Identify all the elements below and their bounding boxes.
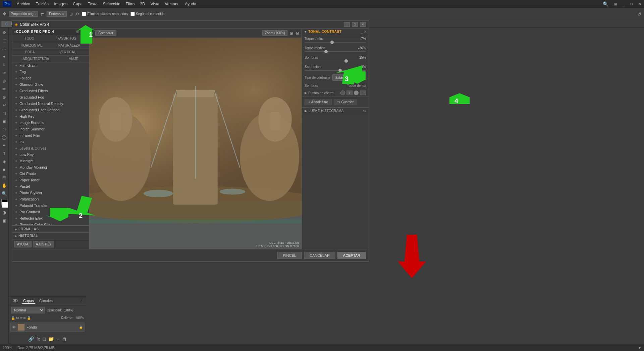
dodge-tool[interactable]: ◯ (1, 133, 8, 141)
formulas-section-header[interactable]: ▶ FÓRMULAS (12, 226, 89, 232)
cew-minimize-btn[interactable]: _ (344, 22, 350, 27)
filter-item-remove-color-cast[interactable]: ✦Remove Color Cast (12, 222, 89, 225)
filter-item-midnight[interactable]: ✦Midnight (12, 158, 89, 164)
filter-star[interactable]: ✦ (15, 70, 17, 74)
eliminar-label[interactable]: Eliminar píxeles recortados (82, 12, 128, 16)
filter-star[interactable]: ✦ (15, 178, 17, 182)
menu-texto[interactable]: Texto (88, 2, 98, 6)
filter-star[interactable]: ✦ (15, 217, 17, 220)
background-color[interactable] (2, 202, 8, 208)
filter-item-reflector-efex[interactable]: ✦Reflector Efex (12, 215, 89, 222)
tonal-minimize-icon[interactable]: _ (361, 30, 363, 34)
cew-close-btn[interactable]: ✕ (360, 22, 366, 27)
anadir-filtro-btn[interactable]: + Añadir filtro (305, 99, 332, 105)
filter-item-glamour-glow[interactable]: ✦Glamour Glow (12, 81, 89, 88)
filter-star[interactable]: ✦ (15, 121, 17, 125)
segun-checkbox[interactable] (130, 12, 135, 16)
filter-item-film-grain[interactable]: ✦Film Grain (12, 62, 89, 69)
filter-item-graduated-filters[interactable]: ✦Graduated Filters (12, 88, 89, 94)
filter-star[interactable]: ✦ (15, 115, 17, 118)
nav-naturaleza[interactable]: NATURALEZA (56, 43, 82, 48)
workspace-icon[interactable]: ⊞ (614, 2, 617, 6)
proportion-select[interactable]: Proporción orig... (9, 11, 38, 17)
menu-3d[interactable]: 3D (140, 2, 145, 6)
filter-star[interactable]: ✦ (15, 185, 17, 188)
nav-horizontal[interactable]: HORIZONTAL (19, 43, 44, 48)
filter-item-ink[interactable]: ✦Ink (12, 139, 89, 145)
ajustes-button[interactable]: AJUSTES (33, 241, 54, 247)
lasso-tool[interactable]: ⌯ (1, 45, 8, 52)
filter-item-fog[interactable]: ✦Fog (12, 69, 89, 75)
tonal-expand-icon[interactable]: ▼ (304, 30, 307, 34)
puntos-expand-icon[interactable]: ▶ (305, 91, 307, 95)
hand-tool[interactable]: ✋ (1, 182, 8, 189)
filter-item-foliage[interactable]: ✦Foliage (12, 75, 89, 81)
layer-visibility-icon[interactable]: 👁 (12, 325, 16, 329)
filter-item-low-key[interactable]: ✦Low Key (12, 152, 89, 158)
grid-icon[interactable]: ⊞ (69, 12, 73, 16)
tab-3d[interactable]: 3D (12, 298, 19, 304)
enderezar-btn[interactable]: Enderezar (47, 11, 67, 17)
add-style-icon[interactable]: fx (37, 336, 40, 342)
filter-item-pastel[interactable]: ✦Pastel (12, 183, 89, 190)
filter-item-pro-contrast[interactable]: ✦Pro Contrast (12, 209, 89, 215)
layer-fondo[interactable]: 👁 Fondo 🔒 (10, 323, 85, 332)
filter-item-levels-&-curves[interactable]: ✦Levels & Curves (12, 145, 89, 152)
reset-icon[interactable]: ↺ (637, 11, 641, 17)
gradient-tool[interactable]: ▣ (1, 117, 8, 125)
cew-header-icon3[interactable]: ⊠ (84, 30, 87, 34)
filter-star[interactable]: ✦ (15, 140, 17, 144)
eliminar-checkbox[interactable] (82, 12, 86, 16)
tab-capas[interactable]: Capas (22, 298, 35, 304)
filter-star[interactable]: ✦ (15, 147, 17, 150)
screen-mode-tool[interactable]: ▣ (1, 217, 8, 224)
filter-item-image-borders[interactable]: ✦Image Borders (12, 120, 89, 126)
tonal-close-icon[interactable]: ✕ (364, 30, 367, 34)
filter-star[interactable]: ✦ (15, 172, 17, 176)
sombras-slider[interactable] (305, 61, 366, 61)
filter-item-monday-morning[interactable]: ✦Monday Morning (12, 164, 89, 171)
layers-menu-icon[interactable]: ☰ (80, 298, 83, 304)
zoom-tool[interactable]: 🔍 (1, 190, 8, 197)
new-group-icon[interactable]: 📁 (48, 336, 54, 342)
stamp-tool[interactable]: ⊗ (1, 93, 8, 101)
filter-item-high-key[interactable]: ✦High Key (12, 113, 89, 120)
filter-star[interactable]: ✦ (15, 83, 17, 86)
shape-tool[interactable]: ■ (1, 166, 8, 173)
eraser-tool[interactable]: ◻ (1, 109, 8, 117)
filter-star[interactable]: ✦ (15, 76, 17, 80)
cew-restore-btn[interactable]: □ (352, 22, 358, 27)
menu-filtro[interactable]: Filtro (126, 2, 135, 6)
cancelar-button[interactable]: CANCELAR (304, 252, 335, 259)
filter-star[interactable]: ✦ (15, 96, 17, 99)
puntos-remove-btn[interactable]: − (360, 91, 366, 95)
pincel-button[interactable]: PINCEL (277, 252, 302, 259)
3d-tool[interactable]: 3D (1, 174, 8, 181)
tipo-contraste-select[interactable]: Estándar (332, 74, 356, 81)
delete-layer-icon[interactable]: 🗑 (62, 336, 67, 342)
quick-mask-tool[interactable]: ◑ (1, 209, 8, 216)
menu-ventana[interactable]: Ventana (165, 2, 179, 6)
filter-star[interactable]: ✦ (15, 108, 17, 112)
filter-item-old-photo[interactable]: ✦Old Photo (12, 171, 89, 177)
toque-luz-slider[interactable] (305, 42, 366, 43)
tab-canales[interactable]: Canales (38, 298, 54, 304)
filter-star[interactable]: ✦ (15, 197, 17, 201)
nav-todo[interactable]: TODO (22, 36, 36, 41)
filter-star[interactable]: ✦ (15, 64, 17, 67)
cew-header-icon2[interactable]: ⊟ (80, 30, 83, 34)
add-mask-icon[interactable]: □ (43, 336, 46, 342)
puntos-add-btn[interactable]: + (346, 91, 353, 95)
magic-wand-tool[interactable]: ✦ (1, 53, 8, 60)
filter-star[interactable]: ✦ (15, 134, 17, 137)
zoom-out-icon[interactable]: ⊖ (296, 31, 300, 36)
nav-viaje[interactable]: VIAJE (67, 56, 80, 61)
filter-star[interactable]: ✦ (15, 191, 17, 195)
menu-vista[interactable]: Vista (151, 2, 159, 6)
menu-seleccion[interactable]: Selección (103, 2, 120, 6)
brush-tool[interactable]: ✏ (1, 85, 8, 93)
historial-section-header[interactable]: ▶ HISTORIAL (12, 232, 89, 239)
menu-edicion[interactable]: Edición (36, 2, 49, 6)
move-tool-icon[interactable]: ✥ (3, 11, 6, 16)
menu-capa[interactable]: Capa (73, 2, 83, 6)
